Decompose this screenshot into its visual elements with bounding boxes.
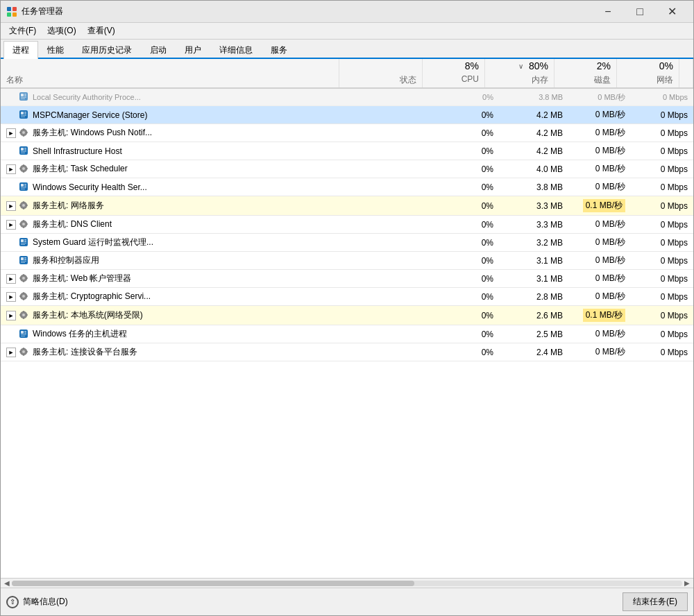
cell-cpu: 0%	[437, 106, 499, 123]
summary-label[interactable]: 简略信息(D)	[23, 596, 68, 608]
process-icon	[19, 182, 28, 191]
cell-cpu: 0%	[437, 142, 499, 160]
menu-options[interactable]: 选项(O)	[42, 24, 81, 38]
tab-performance[interactable]: 性能	[38, 41, 73, 59]
process-name: Shell Infrastructure Host	[33, 146, 122, 156]
table-row[interactable]: Windows Security Health Ser... 0% 3.8 MB…	[1, 178, 693, 196]
table-row[interactable]: System Guard 运行时监视代理... 0% 3.2 MB 0 MB/秒…	[1, 234, 693, 252]
cell-mem: 3.1 MB	[499, 270, 568, 287]
scroll-left-btn[interactable]: ◀	[2, 579, 12, 587]
window-controls: − □ ✕	[592, 1, 688, 23]
col-mem-label[interactable]: 内存	[485, 73, 555, 87]
cell-name: ► 服务主机: Cryptographic Servi...	[1, 288, 353, 305]
col-net-label[interactable]: 网络	[617, 73, 679, 87]
app-icon	[6, 6, 17, 17]
table-row[interactable]: ► 服务主机: Task Scheduler 0% 4.0 MB 0 MB/秒 …	[1, 160, 693, 178]
tab-app-history[interactable]: 应用历史记录	[73, 41, 141, 59]
table-row[interactable]: ► 服务主机: DNS Client 0% 3.3 MB 0 MB/秒 0 Mb…	[1, 216, 693, 234]
scroll-right-btn[interactable]: ▶	[682, 579, 692, 587]
col-disk-label[interactable]: 磁盘	[555, 73, 617, 87]
svg-rect-18	[24, 128, 24, 130]
table-row[interactable]: Shell Infrastructure Host 0% 4.2 MB 0 MB…	[1, 142, 693, 160]
cell-cpu: 0%	[437, 89, 499, 105]
table-row[interactable]: ► 服务主机: 网络服务 0% 3.3 MB 0.1 MB/秒 0 Mbps	[1, 196, 693, 216]
svg-rect-51	[26, 223, 28, 224]
horizontal-scrollbar[interactable]: ◀ ▶	[1, 578, 693, 588]
collapse-icon[interactable]: ⇧	[6, 596, 19, 608]
cell-mem: 3.8 MB	[499, 178, 568, 196]
tab-startup[interactable]: 启动	[141, 41, 176, 59]
svg-rect-84	[24, 331, 26, 332]
cell-name: ► 服务主机: DNS Client	[1, 216, 353, 233]
svg-rect-37	[24, 185, 26, 187]
cell-mem: 3.3 MB	[499, 196, 568, 215]
table-row[interactable]: MSPCManager Service (Store) 0% 4.2 MB 0 …	[1, 106, 693, 124]
table-row[interactable]: 服务和控制器应用 0% 3.1 MB 0 MB/秒 0 Mbps	[1, 252, 693, 270]
cell-net: 0 Mbps	[631, 216, 693, 233]
col-status-label[interactable]: 状态	[339, 73, 423, 87]
cell-cpu: 0%	[437, 178, 499, 196]
col-mem-pct[interactable]: ∨ 80%	[485, 59, 555, 73]
tab-processes[interactable]: 进程	[3, 41, 38, 59]
col-status-header[interactable]	[339, 59, 423, 73]
tab-details[interactable]: 详细信息	[210, 41, 262, 59]
table-row[interactable]: Windows 任务的主机进程 0% 2.5 MB 0 MB/秒 0 Mbps	[1, 325, 693, 343]
cell-disk: 0.1 MB/秒	[568, 306, 631, 325]
process-icon	[19, 347, 30, 358]
close-button[interactable]: ✕	[656, 1, 688, 23]
expand-button[interactable]: ►	[6, 220, 16, 230]
cell-mem: 3.8 MB	[499, 89, 568, 105]
svg-rect-93	[26, 351, 28, 352]
expand-button[interactable]: ►	[6, 164, 16, 174]
cell-mem: 2.4 MB	[499, 343, 568, 361]
col-name-label[interactable]: 名称	[1, 73, 339, 87]
table-row[interactable]: ► 服务主机: 连接设备平台服务 0% 2.4 MB 0 MB/秒 0 Mbps	[1, 343, 693, 361]
cell-cpu: 0%	[437, 288, 499, 305]
cell-name: ► 服务主机: 本地系统(网络受限)	[1, 306, 353, 325]
process-icon	[19, 255, 30, 266]
table-row[interactable]: Local Security Authority Proce... 0% 3.8…	[1, 89, 693, 106]
process-icon	[19, 182, 30, 193]
end-task-button[interactable]: 结束任务(E)	[623, 592, 688, 611]
svg-rect-30	[24, 164, 24, 166]
table-row[interactable]: ► 服务主机: Web 帐户管理器 0% 3.1 MB 0 MB/秒 0 Mbp…	[1, 270, 693, 288]
svg-rect-73	[24, 299, 24, 300]
svg-rect-55	[24, 241, 26, 242]
expand-button[interactable]: ►	[6, 348, 16, 357]
menu-file[interactable]: 文件(F)	[3, 24, 42, 38]
col-net-pct[interactable]: 0%	[617, 59, 679, 73]
scrollbar-track[interactable]	[12, 581, 682, 586]
table-row[interactable]: ► 服务主机: Windows Push Notif... 0% 4.2 MB …	[1, 124, 693, 142]
tab-services[interactable]: 服务	[262, 41, 296, 59]
col-name-header[interactable]	[1, 59, 339, 73]
cell-cpu: 0%	[437, 216, 499, 233]
cell-cpu: 0%	[437, 160, 499, 178]
menu-view[interactable]: 查看(V)	[82, 24, 121, 38]
minimize-button[interactable]: −	[592, 1, 624, 23]
maximize-button[interactable]: □	[624, 1, 656, 23]
cell-net: 0 Mbps	[631, 142, 693, 160]
svg-point-65	[22, 277, 25, 280]
svg-point-89	[22, 350, 25, 353]
process-icon	[19, 146, 30, 157]
svg-rect-11	[21, 112, 24, 114]
scrollbar-thumb[interactable]	[12, 581, 414, 586]
svg-rect-92	[19, 351, 21, 352]
svg-rect-33	[26, 168, 28, 169]
expand-button[interactable]: ►	[6, 274, 16, 284]
expand-button[interactable]: ►	[6, 201, 16, 211]
svg-rect-67	[24, 281, 24, 282]
cell-name: MSPCManager Service (Store)	[1, 106, 353, 123]
table-row[interactable]: ► 服务主机: Cryptographic Servi... 0% 2.8 MB…	[1, 288, 693, 306]
col-cpu-label[interactable]: CPU	[423, 73, 485, 87]
cell-cpu: 0%	[437, 196, 499, 215]
expand-button[interactable]: ►	[6, 292, 16, 302]
process-icon	[19, 255, 28, 265]
expand-button[interactable]: ►	[6, 128, 16, 138]
col-disk-pct[interactable]: 2%	[555, 59, 617, 73]
expand-button[interactable]: ►	[6, 311, 16, 320]
col-cpu-pct[interactable]: 8%	[423, 59, 485, 73]
tab-users[interactable]: 用户	[176, 41, 210, 59]
table-row[interactable]: ► 服务主机: 本地系统(网络受限) 0% 2.6 MB 0.1 MB/秒 0 …	[1, 306, 693, 325]
process-list[interactable]: Local Security Authority Proce... 0% 3.8…	[1, 89, 693, 578]
